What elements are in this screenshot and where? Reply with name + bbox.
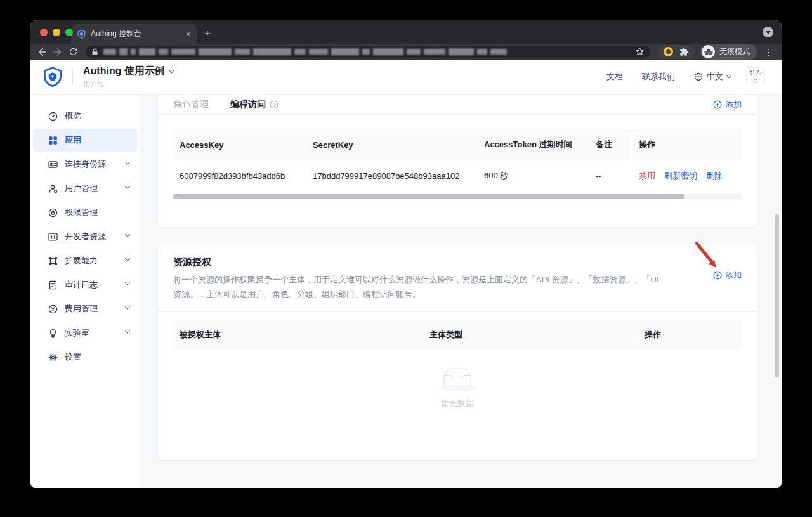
- forward-button[interactable]: [53, 47, 63, 57]
- app-header: Authing 使用示例 用户池 文档 联系我们 中文: [30, 60, 782, 94]
- workspace-name: Authing 使用示例: [83, 65, 165, 78]
- bookmark-star-icon[interactable]: [635, 47, 645, 56]
- reload-button[interactable]: [69, 47, 78, 56]
- new-tab-button[interactable]: +: [204, 27, 211, 40]
- chevron-down-icon: [125, 280, 130, 285]
- language-switcher[interactable]: 中文: [694, 71, 731, 82]
- extensions-puzzle-icon[interactable]: [679, 47, 689, 56]
- minimize-window-button[interactable]: [53, 29, 60, 36]
- browser-tabstrip: Authing 控制台 × +: [30, 20, 782, 44]
- chevron-down-icon: [125, 256, 130, 261]
- id-card-icon: [48, 160, 58, 169]
- add-access-key-button[interactable]: 添加: [713, 99, 742, 110]
- empty-state: 暂无数据: [173, 367, 742, 409]
- frame-corners-icon: [48, 256, 58, 266]
- back-button[interactable]: [37, 47, 47, 57]
- resource-auth-header: 资源授权 将一个资源的操作权限授予一个主体，用于定义谁可以对什么资源做什么操作，…: [158, 245, 757, 312]
- resource-auth-card: 资源授权 将一个资源的操作权限授予一个主体，用于定义谁可以对什么资源做什么操作，…: [157, 245, 757, 461]
- table-header-row: 被授权主体 主体类型 操作: [173, 320, 742, 350]
- sidebar-item-overview[interactable]: 概览: [33, 105, 137, 128]
- zoom-window-button[interactable]: [65, 29, 73, 36]
- add-resource-auth-button[interactable]: 添加: [713, 270, 742, 281]
- disable-button[interactable]: 禁用: [639, 170, 655, 181]
- gear-icon: [48, 353, 58, 362]
- tab-role-management[interactable]: 角色管理: [173, 99, 209, 110]
- user-icon: [48, 184, 58, 193]
- sidebar-item-user-management[interactable]: 用户管理: [33, 177, 137, 200]
- sidebar-item-permissions[interactable]: 权限管理: [33, 201, 137, 224]
- horizontal-scrollbar-track[interactable]: [173, 194, 742, 199]
- chevron-down-icon: [125, 304, 130, 309]
- empty-state-text: 暂无数据: [441, 398, 474, 409]
- empty-inbox-icon: [437, 367, 478, 393]
- lock-circle-icon: [48, 208, 58, 218]
- refresh-secret-button[interactable]: 刷新密钥: [664, 170, 697, 181]
- currency-circle-icon: [48, 304, 58, 314]
- browser-window: Authing 控制台 × +: [30, 20, 782, 488]
- sidebar-item-applications[interactable]: 应用: [33, 129, 137, 152]
- workspace-switcher[interactable]: Authing 使用示例 用户池: [83, 65, 174, 89]
- sidebar-item-audit-logs[interactable]: 审计日志: [33, 273, 137, 296]
- user-avatar[interactable]: [746, 67, 765, 86]
- language-label: 中文: [707, 71, 723, 82]
- traffic-lights: [40, 29, 73, 36]
- chevron-down-icon: [125, 159, 130, 164]
- browser-tab[interactable]: Authing 控制台 ×: [71, 24, 197, 44]
- browser-menu-button[interactable]: ⋮: [763, 47, 775, 57]
- incognito-icon: [702, 45, 715, 58]
- sidebar-item-identity-sources[interactable]: 连接身份源: [33, 153, 137, 176]
- svg-text:?: ?: [272, 101, 275, 107]
- chevron-down-icon: [766, 31, 771, 34]
- sidebar-item-labs[interactable]: 实验室: [33, 322, 137, 344]
- incognito-label: 无痕模式: [719, 46, 750, 57]
- browser-toolbar: 无痕模式 ⋮: [30, 44, 782, 60]
- col-remark: 备注: [589, 129, 632, 160]
- section-description: 将一个资源的操作权限授予一个主体，用于定义谁可以对什么资源做什么操作，资源是上面…: [173, 273, 665, 302]
- chevron-down-icon: [726, 73, 731, 78]
- card-tabs: 角色管理 编程访问 ? 添加: [158, 95, 757, 115]
- delete-button[interactable]: 删除: [706, 170, 723, 181]
- sidebar-item-extensions[interactable]: 扩展能力: [33, 249, 137, 272]
- url-redacted-text: [103, 48, 630, 55]
- header-divider: [72, 69, 73, 85]
- tab-search-chevron-button[interactable]: [763, 27, 773, 37]
- workspace-type-label: 用户池: [83, 79, 174, 89]
- row-actions: 禁用 刷新密钥 删除: [632, 160, 742, 192]
- col-accesskey: AccessKey: [173, 129, 306, 160]
- token-expire-value: 600 秒: [478, 160, 589, 192]
- gauge-icon: [48, 112, 58, 121]
- vertical-scrollbar-thumb[interactable]: [775, 214, 779, 377]
- col-authorized-subject: 被授权主体: [173, 320, 423, 350]
- authing-logo-icon[interactable]: [43, 67, 62, 88]
- resource-auth-table: 被授权主体 主体类型 操作 暂无数据: [173, 320, 742, 409]
- help-circle-icon[interactable]: ?: [270, 100, 278, 109]
- chevron-down-icon: [125, 183, 130, 188]
- docs-link[interactable]: 文档: [606, 71, 623, 82]
- incognito-indicator: 无痕模式: [700, 44, 757, 60]
- contact-link[interactable]: 联系我们: [642, 71, 675, 82]
- sidebar-item-developer-resources[interactable]: 开发者资源: [33, 225, 137, 248]
- chevron-down-icon: [168, 67, 174, 74]
- close-window-button[interactable]: [40, 29, 48, 36]
- tab-programmatic-access[interactable]: 编程访问 ?: [230, 99, 278, 110]
- col-secretkey: SecretKey: [306, 129, 478, 160]
- col-token-expire: AccessToken 过期时间: [478, 129, 589, 160]
- authing-favicon-icon: [77, 30, 86, 39]
- apps-grid-icon: [48, 136, 58, 145]
- sidebar-item-billing[interactable]: 费用管理: [33, 298, 137, 320]
- horizontal-scrollbar-thumb[interactable]: [173, 194, 684, 199]
- main-content: 角色管理 编程访问 ? 添加 AccessKey Sec: [140, 95, 782, 488]
- col-actions: 操作: [638, 320, 742, 350]
- extensions-area: [658, 45, 695, 59]
- extension-badge-icon[interactable]: [664, 47, 673, 56]
- log-document-icon: [48, 280, 58, 290]
- lock-icon: [91, 48, 98, 56]
- plus-circle-icon: [713, 271, 722, 280]
- col-actions: 操作: [632, 129, 742, 160]
- lightbulb-icon: [48, 329, 58, 338]
- chevron-down-icon: [125, 328, 130, 333]
- sidebar-item-settings[interactable]: 设置: [33, 346, 137, 369]
- tab-close-icon[interactable]: ×: [185, 30, 190, 38]
- globe-icon: [694, 72, 703, 81]
- url-bar[interactable]: [86, 46, 650, 58]
